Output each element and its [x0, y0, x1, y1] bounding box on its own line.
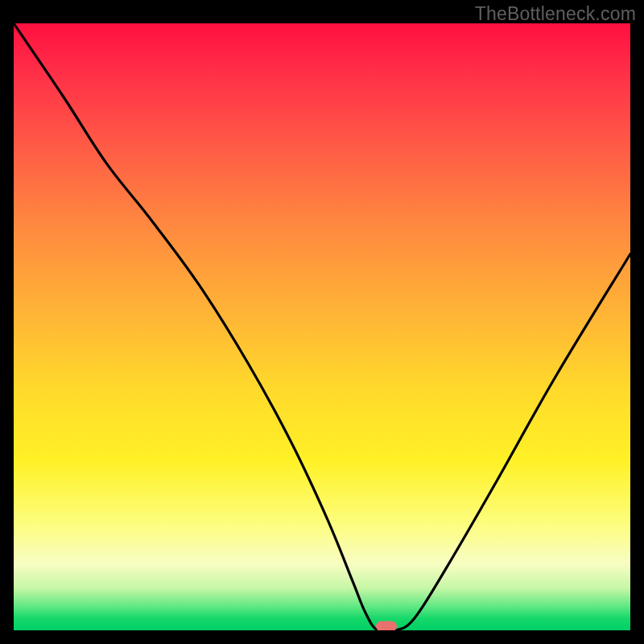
plot-area: [14, 23, 630, 630]
watermark-text: TheBottleneck.com: [475, 3, 636, 25]
chart-frame: TheBottleneck.com: [0, 0, 644, 644]
optimum-marker: [376, 621, 397, 631]
bottleneck-curve: [14, 23, 630, 630]
